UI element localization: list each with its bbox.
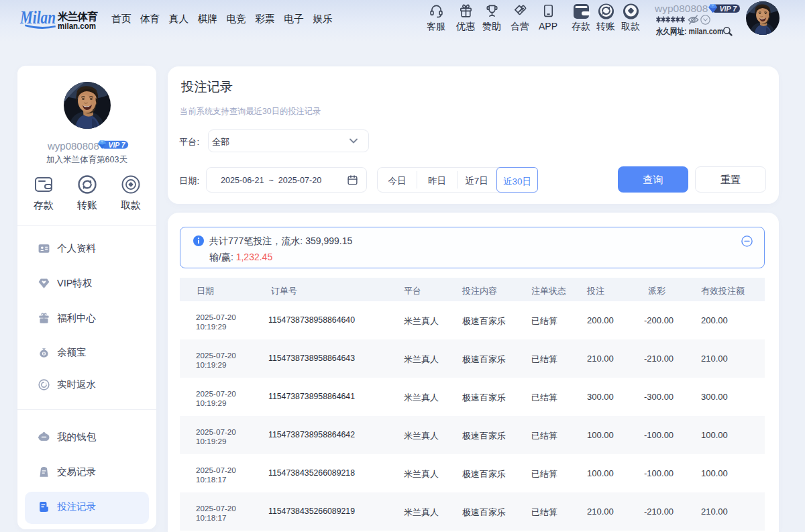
svg-text:milan.com: milan.com [58,21,96,31]
svg-text:米兰体育: 米兰体育 [57,11,99,22]
svg-text:Milan: Milan [19,7,56,28]
svg-text:VIP 7: VIP 7 [719,5,737,13]
svg-text:VIP 7: VIP 7 [109,142,126,149]
